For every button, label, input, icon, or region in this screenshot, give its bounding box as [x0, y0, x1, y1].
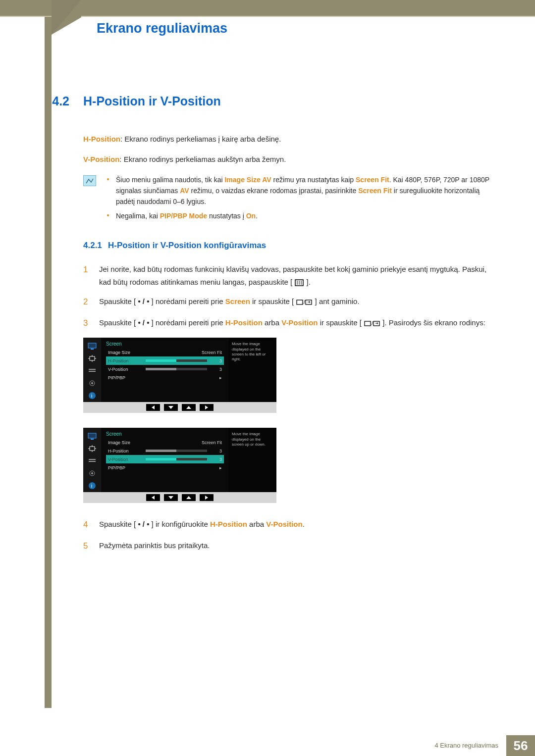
osd-value: Screen Fit [202, 440, 222, 445]
step-5: 5 Pažymėta parinktis bus pritaikyta. [83, 539, 495, 554]
osd-row-imagesize: Image Size Screen Fit [106, 348, 224, 356]
monitor-icon [87, 342, 98, 351]
footer: 4 Ekrano reguliavimas 56 [0, 735, 535, 756]
osd-label: H-Position [108, 449, 143, 454]
step1-text: Jei norite, kad būtų rodomas funkcinių k… [99, 265, 486, 286]
note1-d: režimu, o vaizdas ekrane rodomas įprasta… [189, 187, 359, 195]
svg-text:/: / [304, 300, 305, 305]
dot-separator: • / • [136, 297, 151, 305]
step-num: 3 [83, 316, 90, 331]
svg-marker-21 [186, 406, 191, 409]
osd-label: Image Size [108, 350, 143, 355]
step3-k2: V-Position [281, 318, 318, 327]
svg-text:i: i [91, 483, 92, 489]
note1-k3: AV [180, 187, 189, 195]
nav-right-icon [200, 494, 214, 501]
svg-rect-25 [90, 447, 95, 451]
osd-value: 3 [213, 358, 222, 363]
hposition-text: : Ekrano rodinys perkeliamas į kairę arb… [120, 135, 281, 143]
step-num: 2 [83, 295, 90, 309]
osd-value: 3 [213, 367, 222, 372]
svg-marker-32 [152, 496, 155, 500]
osd-sidebar: i [83, 428, 101, 492]
svg-rect-23 [88, 433, 96, 438]
dot-separator: • / • [136, 318, 151, 327]
svg-marker-22 [205, 405, 208, 409]
osd-sidebar: i [83, 338, 101, 402]
svg-marker-35 [205, 496, 208, 500]
note2-k1: PIP/PBP Mode [160, 212, 207, 220]
osd-row-imagesize: Image Size Screen Fit [106, 438, 224, 447]
svg-marker-19 [152, 405, 155, 409]
note1-k4: Screen Fit [358, 187, 392, 195]
info-icon: i [87, 391, 98, 400]
info-icon: i [87, 481, 98, 490]
svg-marker-20 [168, 406, 173, 409]
footer-page-number: 56 [506, 735, 535, 756]
osd-row-vposition: V-Position 3 [106, 365, 224, 373]
osd-row-pippbp: PIP/PBP ▸ [106, 463, 224, 472]
page-title: Ekrano reguliavimas [97, 21, 227, 36]
svg-rect-26 [89, 459, 96, 460]
step4-mid: arba [247, 520, 266, 528]
svg-rect-7 [365, 321, 371, 326]
screen-icon [87, 444, 98, 453]
svg-rect-14 [89, 371, 96, 372]
bullet-dot-icon [107, 178, 109, 180]
vposition-label: V-Position [83, 155, 119, 163]
hposition-label: H-Position [83, 135, 120, 143]
bullet-dot-icon [107, 214, 109, 216]
nav-up-icon [182, 404, 196, 411]
osd-hposition: i Screen Image Size Screen Fit H-Positio… [83, 338, 276, 413]
subsection-number: 4.2.1 [83, 241, 102, 250]
enter-source-icon: / [364, 320, 380, 327]
submenu-arrow-icon: ▸ [219, 375, 222, 380]
step5-text: Pažymėta parinktis bus pritaikyta. [99, 539, 495, 554]
note2-k2: On [246, 212, 256, 220]
menu-icon [295, 279, 304, 286]
section-number: 4.2 [40, 94, 69, 108]
note-icon [83, 175, 96, 186]
osd-navbar [83, 492, 276, 503]
nav-left-icon [146, 404, 160, 411]
nav-down-icon [164, 494, 178, 501]
steps-list-cont: 4 Spauskite [ • / • ] ir konfigūruokite … [83, 518, 495, 554]
options-icon [87, 456, 98, 465]
nav-up-icon [182, 494, 196, 501]
svg-rect-24 [91, 439, 94, 440]
enter-source-icon: / [296, 299, 312, 305]
svg-marker-34 [186, 496, 191, 499]
note2-b: nustatytas į [207, 212, 246, 220]
osd-value: Screen Fit [202, 350, 222, 355]
svg-rect-27 [89, 461, 96, 462]
osd-label: PIP/PBP [108, 465, 143, 470]
step2-c: ir spauskite [ [250, 297, 294, 305]
svg-text:/: / [372, 321, 373, 326]
osd-panel: Screen Image Size Screen Fit H-Position … [101, 338, 229, 402]
submenu-arrow-icon: ▸ [219, 465, 222, 470]
nav-right-icon [200, 404, 214, 411]
osd-value: 3 [213, 449, 222, 454]
chapter-badge [52, 0, 81, 35]
step2-d: ] ant gaminio. [315, 297, 360, 305]
settings-icon [87, 469, 98, 478]
step3-k1: H-Position [225, 318, 263, 327]
osd-label: V-Position [108, 457, 143, 462]
options-icon [87, 366, 98, 375]
svg-point-29 [91, 472, 93, 474]
step3-b: ] norėdami pereiti prie [152, 318, 225, 327]
subsection-title: H-Position ir V-Position konfigūravimas [108, 241, 266, 250]
osd-value: 3 [213, 457, 222, 462]
svg-rect-10 [88, 343, 96, 348]
osd-heading: Screen [106, 431, 224, 437]
step2-k: Screen [225, 297, 250, 305]
note1-b: režimu yra nustatytas kaip [271, 176, 356, 184]
section-heading: 4.2 H-Position ir V-Position [40, 94, 495, 108]
step4-k1: H-Position [210, 520, 247, 528]
note1-k1: Image Size AV [224, 176, 271, 184]
footer-chapter-label: 4 Ekrano reguliavimas [434, 735, 506, 756]
step-2: 2 Spauskite [ • / • ] norėdami pereiti p… [83, 295, 495, 309]
nav-left-icon [146, 494, 160, 501]
screen-icon [87, 354, 98, 363]
step4-k2: V-Position [266, 520, 302, 528]
